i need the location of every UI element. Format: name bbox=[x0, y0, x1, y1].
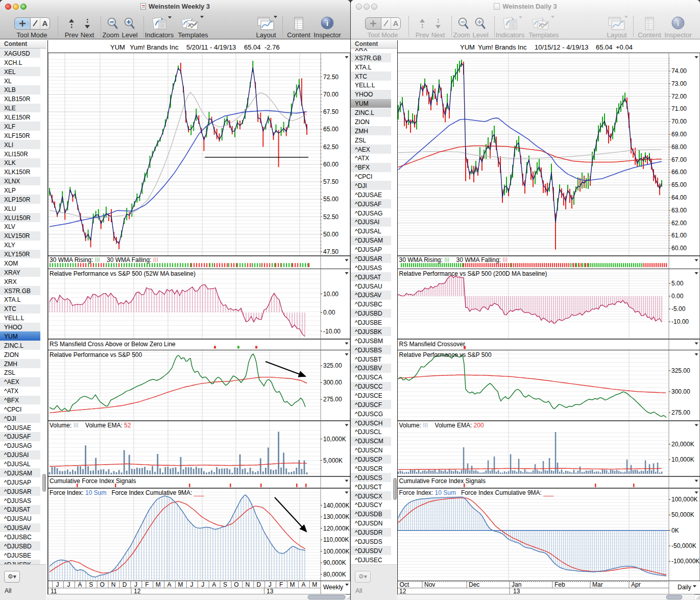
svg-text:Mar: Mar bbox=[592, 581, 603, 588]
svg-text:A: A bbox=[42, 19, 48, 28]
svg-text:72.00: 72.00 bbox=[671, 93, 687, 100]
svg-text:J: J bbox=[67, 581, 70, 588]
svg-text:Daily: Daily bbox=[678, 584, 691, 591]
svg-text:Yum! Brands Inc: Yum! Brands Inc bbox=[478, 43, 527, 51]
svg-text:13: 13 bbox=[267, 588, 274, 595]
svg-text:J: J bbox=[269, 581, 272, 588]
svg-text:-50,000K: -50,000K bbox=[671, 542, 696, 549]
svg-text:63.00: 63.00 bbox=[671, 207, 687, 214]
svg-text:100,000K: 100,000K bbox=[671, 496, 697, 503]
svg-text:M: M bbox=[178, 581, 183, 588]
svg-text:Volume: III Volume EMA: 52: Volume: III Volume EMA: 52 bbox=[50, 422, 131, 429]
svg-text:13: 13 bbox=[513, 588, 520, 595]
svg-text:YUM: YUM bbox=[460, 43, 475, 51]
svg-text:-2.76: -2.76 bbox=[264, 43, 280, 51]
svg-text:D: D bbox=[256, 581, 261, 588]
svg-text:RS Mansfield Crossover: RS Mansfield Crossover bbox=[399, 341, 465, 348]
svg-text:A: A bbox=[393, 19, 399, 28]
svg-text:RS Mansfield Cross Above or Be: RS Mansfield Cross Above or Below Zero L… bbox=[50, 341, 176, 348]
svg-text:10,000K: 10,000K bbox=[671, 456, 694, 463]
svg-text:0K: 0K bbox=[671, 527, 679, 534]
svg-text:50,000K: 50,000K bbox=[671, 511, 694, 518]
svg-text:65.00: 65.00 bbox=[323, 126, 339, 133]
svg-text:90,000K: 90,000K bbox=[323, 559, 346, 566]
svg-text:M: M bbox=[312, 581, 317, 588]
svg-text:30 WMA Rising: III 30 WMA F: 30 WMA Rising: III 30 WMA Falling: III bbox=[50, 256, 158, 263]
svg-text:61.00: 61.00 bbox=[671, 232, 687, 239]
svg-text:10.00: 10.00 bbox=[323, 291, 339, 298]
svg-text:0.00: 0.00 bbox=[671, 293, 684, 300]
svg-text:65.00: 65.00 bbox=[671, 181, 687, 188]
svg-text:52.50: 52.50 bbox=[323, 213, 339, 221]
svg-text:M: M bbox=[156, 581, 161, 588]
svg-text:12: 12 bbox=[134, 588, 141, 595]
svg-text:F: F bbox=[145, 581, 149, 588]
svg-text:66.00: 66.00 bbox=[671, 169, 687, 176]
svg-text:110,000K: 110,000K bbox=[323, 536, 349, 543]
svg-text:130,000K: 130,000K bbox=[323, 513, 349, 520]
svg-text:275.00: 275.00 bbox=[671, 409, 690, 416]
svg-text:73.00: 73.00 bbox=[671, 80, 687, 87]
svg-text:5,000K: 5,000K bbox=[323, 457, 343, 464]
svg-text:Yum! Brands Inc: Yum! Brands Inc bbox=[130, 43, 179, 51]
svg-text:A: A bbox=[78, 581, 82, 588]
svg-text:A: A bbox=[212, 581, 216, 588]
svg-text:67.00: 67.00 bbox=[671, 156, 687, 163]
svg-text:Relative Performance vs S&P 50: Relative Performance vs S&P 500 (52W MA … bbox=[50, 270, 196, 277]
svg-text:74.00: 74.00 bbox=[671, 67, 687, 75]
svg-text:100,000K: 100,000K bbox=[323, 548, 349, 555]
svg-text:50.00: 50.00 bbox=[323, 231, 339, 238]
svg-text:60.00: 60.00 bbox=[671, 245, 687, 252]
svg-text:M: M bbox=[290, 581, 295, 588]
svg-text:275.00: 275.00 bbox=[323, 396, 342, 403]
svg-text:57.50: 57.50 bbox=[323, 178, 339, 185]
svg-text:55.00: 55.00 bbox=[323, 196, 339, 203]
svg-text:A: A bbox=[167, 581, 172, 588]
svg-text:62.00: 62.00 bbox=[671, 220, 687, 227]
svg-text:62.50: 62.50 bbox=[323, 143, 339, 151]
svg-text:10,000K: 10,000K bbox=[323, 436, 346, 443]
svg-text:N: N bbox=[111, 581, 116, 588]
svg-text:D: D bbox=[123, 581, 127, 588]
svg-text:65.04: 65.04 bbox=[244, 43, 261, 51]
svg-text:A: A bbox=[301, 581, 305, 588]
svg-text:-10.00: -10.00 bbox=[671, 318, 689, 325]
svg-text:-5.00: -5.00 bbox=[671, 305, 686, 313]
svg-text:Cumulative Force Index Signals: Cumulative Force Index Signals bbox=[50, 477, 136, 485]
svg-text:Force Index: 10 Sum Force In: Force Index: 10 Sum Force Index Cumulati… bbox=[50, 489, 204, 496]
svg-text:11: 11 bbox=[51, 588, 57, 595]
svg-text:300.00: 300.00 bbox=[671, 388, 690, 395]
svg-text:60.00: 60.00 bbox=[323, 161, 339, 168]
svg-text:O: O bbox=[100, 581, 105, 588]
svg-text:69.00: 69.00 bbox=[671, 131, 687, 138]
svg-text:J: J bbox=[134, 581, 137, 588]
svg-text:300.00: 300.00 bbox=[323, 379, 342, 386]
svg-text:J: J bbox=[201, 581, 204, 588]
svg-text:5.00: 5.00 bbox=[671, 280, 684, 287]
svg-text:Cumulative Force Index Signals: Cumulative Force Index Signals bbox=[399, 477, 486, 485]
svg-text:+0.04: +0.04 bbox=[616, 43, 633, 51]
svg-text:i: i bbox=[677, 19, 679, 28]
svg-text:YUM: YUM bbox=[110, 43, 125, 51]
svg-text:30 WMA Rising: III 30 WMA F: 30 WMA Rising: III 30 WMA Falling: III bbox=[399, 256, 508, 263]
svg-text:5/20/11 - 4/19/13: 5/20/11 - 4/19/13 bbox=[186, 43, 236, 51]
svg-text:68.00: 68.00 bbox=[671, 143, 687, 151]
svg-text:67.50: 67.50 bbox=[323, 108, 339, 115]
svg-text:72.50: 72.50 bbox=[323, 74, 339, 81]
svg-text:i: i bbox=[326, 19, 328, 28]
svg-text:Force Index: 10 Sum Force In: Force Index: 10 Sum Force Index Cumulati… bbox=[399, 489, 554, 496]
svg-text:70.00: 70.00 bbox=[671, 118, 687, 125]
svg-text:-100,000K: -100,000K bbox=[671, 558, 699, 565]
svg-text:10/15/12 - 4/19/13: 10/15/12 - 4/19/13 bbox=[535, 43, 589, 51]
svg-text:65.04: 65.04 bbox=[596, 43, 613, 51]
svg-text:J: J bbox=[190, 581, 193, 588]
svg-text:47.50: 47.50 bbox=[323, 248, 339, 255]
svg-text:Relative Performance vs S&P 50: Relative Performance vs S&P 500 bbox=[399, 351, 492, 358]
svg-text:70.00: 70.00 bbox=[323, 91, 339, 98]
svg-text:325.00: 325.00 bbox=[671, 367, 690, 374]
svg-text:Relative Performance vs S&P 50: Relative Performance vs S&P 500 bbox=[50, 351, 142, 358]
svg-text:S: S bbox=[89, 581, 93, 588]
svg-text:64.00: 64.00 bbox=[671, 194, 687, 201]
svg-text:N: N bbox=[246, 581, 250, 588]
svg-text:O: O bbox=[234, 581, 238, 588]
